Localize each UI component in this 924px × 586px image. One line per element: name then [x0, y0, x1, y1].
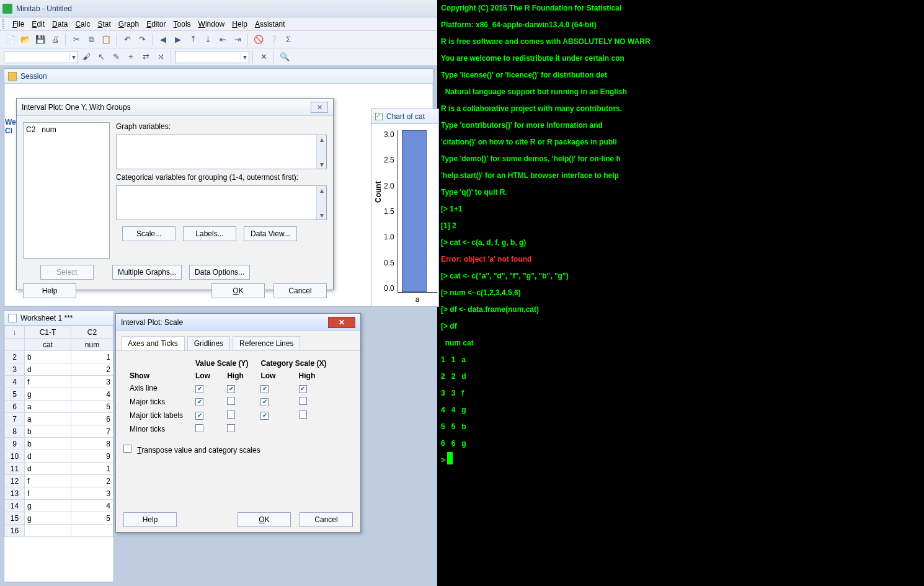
menu-bar[interactable]: FileEditDataCalcStatGraphEditorToolsWind…	[0, 17, 437, 31]
row-header[interactable]: 7	[5, 413, 25, 425]
cell-num[interactable]: 3	[71, 487, 113, 500]
copy-icon[interactable]: ⧉	[84, 33, 98, 47]
swap-icon[interactable]: ⇄	[139, 50, 153, 64]
menu-window[interactable]: Window	[195, 19, 229, 30]
menu-help[interactable]: Help	[228, 19, 251, 30]
table-row[interactable]: 15g5	[5, 512, 113, 525]
up-icon[interactable]: ⤒	[186, 33, 200, 47]
labels-button[interactable]: Labels...	[183, 226, 236, 241]
menu-graph[interactable]: Graph	[115, 19, 143, 30]
print-icon[interactable]: 🖨	[48, 33, 62, 47]
toolbar-2[interactable]: ▾ 🖌 ↖ ✎ + ⇄ ⤭ ▾ ✕ 🔍	[0, 48, 437, 66]
scroll-down-icon[interactable]: ▾	[320, 211, 324, 220]
variable-combo-input[interactable]	[4, 51, 69, 63]
close-icon[interactable]: ✕	[257, 50, 270, 64]
dialog-header[interactable]: Interval Plot: Scale ✕	[116, 314, 360, 331]
cell-num[interactable]: 4	[71, 388, 113, 401]
transpose-checkbox[interactable]	[123, 445, 131, 453]
new-icon[interactable]: 📄	[4, 33, 17, 47]
row-direction-cell[interactable]: ↓	[5, 326, 25, 339]
name-row-header[interactable]	[5, 339, 25, 351]
row-header[interactable]: 16	[5, 525, 25, 537]
interval-plot-dialog[interactable]: Interval Plot: One Y, With Groups ✕ C2 n…	[16, 98, 334, 290]
row-header[interactable]: 4	[5, 376, 25, 388]
select-button[interactable]: Select	[40, 265, 94, 280]
cancel-button[interactable]: Cancel	[273, 283, 327, 298]
sigma-icon[interactable]: Σ	[282, 33, 295, 47]
close-icon[interactable]: ✕	[328, 317, 355, 328]
color-combo[interactable]: ▾	[175, 51, 249, 63]
cell-num[interactable]: 9	[71, 450, 113, 463]
close-icon[interactable]: ✕	[311, 102, 328, 113]
r-terminal[interactable]: Copyright (C) 2016 The R Foundation for …	[437, 0, 924, 586]
checkbox[interactable]	[195, 398, 203, 406]
graph-variables-input[interactable]: ▴▾	[116, 135, 327, 169]
save-icon[interactable]: 💾	[33, 33, 47, 47]
zoom-icon[interactable]: 🔍	[278, 50, 291, 64]
checkbox[interactable]	[195, 385, 203, 393]
table-row[interactable]: 3d2	[5, 363, 113, 376]
paste-icon[interactable]: 📋	[99, 33, 113, 47]
checkbox[interactable]	[227, 424, 235, 432]
cell-num[interactable]: 5	[71, 401, 113, 413]
cell-num[interactable]: 2	[71, 475, 113, 487]
checkbox[interactable]	[227, 411, 235, 419]
cell-num[interactable]: 1	[71, 463, 113, 475]
checkbox[interactable]	[195, 424, 203, 432]
data-view-button[interactable]: Data View...	[244, 226, 297, 241]
column-name[interactable]: cat	[25, 339, 71, 351]
menu-file[interactable]: File	[9, 19, 28, 30]
help-icon[interactable]: ❔	[267, 33, 280, 47]
cell-cat[interactable]: b	[25, 438, 71, 450]
cut-icon[interactable]: ✂	[69, 33, 83, 47]
cell-cat[interactable]: g	[25, 500, 71, 512]
ok-button[interactable]: OK	[238, 512, 291, 527]
checkbox[interactable]	[260, 398, 269, 406]
cell-num[interactable]: 4	[71, 500, 113, 512]
row-header[interactable]: 8	[5, 425, 25, 438]
menu-data[interactable]: Data	[48, 19, 71, 30]
scrollbar[interactable]: ▴▾	[316, 186, 326, 220]
cell-num[interactable]: 8	[71, 438, 113, 450]
list-item[interactable]: C2 num	[26, 125, 107, 134]
worksheet-header[interactable]: Worksheet 1 ***	[4, 311, 113, 326]
table-row[interactable]: 14g4	[5, 500, 113, 512]
dialog-header[interactable]: Interval Plot: One Y, With Groups ✕	[17, 99, 333, 116]
cell-cat[interactable]: d	[25, 363, 71, 376]
checkbox[interactable]	[299, 411, 307, 419]
down-icon[interactable]: ⤓	[201, 33, 215, 47]
row-header[interactable]: 15	[5, 512, 25, 525]
table-row[interactable]: 12f2	[5, 475, 113, 487]
cell-cat[interactable]: d	[25, 463, 71, 475]
cell-num[interactable]: 7	[71, 425, 113, 438]
tab-strip[interactable]: Axes and Ticks Gridlines Reference Lines	[116, 331, 360, 351]
cancel-button[interactable]: Cancel	[300, 512, 353, 527]
variable-list[interactable]: C2 num	[23, 122, 110, 259]
scroll-down-icon[interactable]: ▾	[320, 160, 324, 169]
color-combo-input[interactable]	[175, 51, 241, 63]
help-button[interactable]: Help	[123, 512, 177, 527]
table-row[interactable]: 5g4	[5, 388, 113, 401]
checkbox[interactable]	[260, 385, 269, 393]
checkbox[interactable]	[227, 397, 235, 405]
checkbox[interactable]	[195, 412, 203, 420]
scroll-up-icon[interactable]: ▴	[320, 186, 324, 195]
menu-calc[interactable]: Calc	[71, 19, 94, 30]
menu-editor[interactable]: Editor	[143, 19, 169, 30]
tab-axes-ticks[interactable]: Axes and Ticks	[121, 336, 185, 350]
row-header[interactable]: 9	[5, 438, 25, 450]
scale-button[interactable]: Scale...	[122, 226, 175, 241]
crosshair-icon[interactable]: +	[124, 50, 138, 64]
cell-cat[interactable]: f	[25, 376, 71, 388]
shuffle-icon[interactable]: ⤭	[154, 50, 167, 64]
menu-assistant[interactable]: Assistant	[251, 19, 289, 30]
table-row[interactable]: 2b1	[5, 351, 113, 363]
cell-num[interactable]: 6	[71, 413, 113, 425]
cell-cat[interactable]: f	[25, 487, 71, 500]
cell-cat[interactable]: g	[25, 512, 71, 525]
cell-cat[interactable]: d	[25, 450, 71, 463]
row-header[interactable]: 3	[5, 363, 25, 376]
last-icon[interactable]: ⇥	[231, 33, 244, 47]
pointer-icon[interactable]: ↖	[94, 50, 108, 64]
toolbar-1[interactable]: 📄📂💾🖨✂⧉📋↶↷◀▶⤒⤓⇤⇥🚫❔Σ	[0, 31, 437, 48]
